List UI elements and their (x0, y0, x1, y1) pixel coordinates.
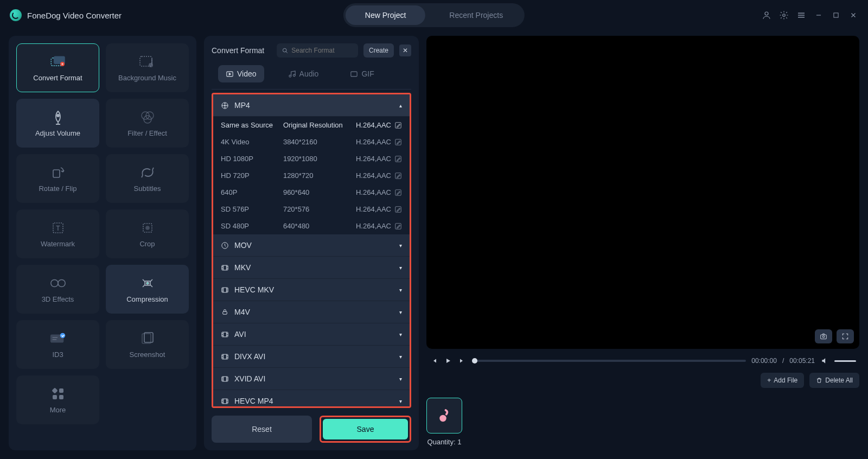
svg-rect-51 (222, 332, 228, 337)
id3-icon (49, 331, 67, 346)
music-note-icon (436, 407, 452, 424)
format-mkv-header[interactable]: MKV▾ (213, 257, 410, 279)
format-m4v-header[interactable]: M4V▾ (213, 301, 410, 323)
svg-rect-55 (821, 335, 827, 339)
edit-icon[interactable] (394, 122, 402, 129)
format-divx-avi-header[interactable]: DIVX AVI▾ (213, 346, 410, 368)
volume-icon[interactable] (820, 356, 829, 365)
svg-point-16 (146, 226, 149, 229)
tool-rotate-flip[interactable]: Rotate / Flip (16, 154, 99, 203)
app-logo (10, 9, 22, 21)
gear-icon[interactable] (779, 10, 789, 20)
tab-recent-projects[interactable]: Recent Projects (430, 5, 522, 25)
format-avi-header[interactable]: AVI▾ (213, 323, 410, 346)
add-file-button[interactable]: +Add File (761, 373, 804, 388)
save-button[interactable]: Save (323, 419, 408, 439)
crop-icon (139, 220, 156, 235)
type-tab-audio[interactable]: Audio (280, 65, 327, 82)
svg-text:T: T (56, 225, 60, 232)
format-xvid-avi-header[interactable]: XVID AVI▾ (213, 368, 410, 390)
type-tab-gif[interactable]: GIF (342, 65, 381, 82)
volume-slider[interactable] (834, 360, 856, 362)
tab-new-project[interactable]: New Project (346, 5, 425, 25)
svg-point-56 (822, 336, 825, 338)
tool-compression[interactable]: Compression (106, 265, 189, 314)
tool-more[interactable]: More (16, 375, 99, 424)
preview-panel: 00:00:00 / 00:05:21 +Add File Delete All… (426, 36, 859, 450)
snapshot-button[interactable] (815, 329, 832, 343)
format-hevc-mp4-header[interactable]: HEVC MP4▾ (213, 390, 410, 408)
minimize-icon[interactable] (814, 10, 824, 20)
tool-crop[interactable]: Crop (106, 209, 189, 258)
create-button[interactable]: Create (363, 43, 394, 58)
format-panel: Convert Format Create ✕ Video Audio GIF … (204, 36, 419, 450)
tool-screenshot[interactable]: Screenshot (106, 320, 189, 369)
svg-rect-52 (222, 354, 228, 359)
svg-point-20 (146, 282, 149, 284)
tool-label: Watermark (41, 240, 75, 248)
rotate-flip-icon (49, 165, 67, 180)
plus-icon: + (767, 377, 771, 384)
preset-row[interactable]: HD 1080P1920*1080H.264,AAC (213, 150, 410, 167)
tool-label: ID3 (52, 350, 63, 359)
tool-convert-format[interactable]: Convert Format (16, 43, 99, 92)
edit-icon[interactable] (394, 172, 402, 180)
svg-rect-48 (222, 265, 228, 270)
edit-icon[interactable] (394, 189, 402, 196)
timeline-slider[interactable] (472, 360, 746, 362)
3d-effects-icon (49, 276, 67, 291)
maximize-icon[interactable] (831, 10, 841, 20)
edit-icon[interactable] (394, 138, 402, 146)
delete-all-button[interactable]: Delete All (809, 373, 859, 388)
search-input[interactable] (291, 47, 353, 54)
tool-label: More (50, 406, 66, 414)
edit-icon[interactable] (394, 222, 402, 230)
preset-row[interactable]: SD 480P640*480H.264,AAC (213, 218, 410, 234)
preset-row[interactable]: Same as SourceOriginal ResolutionH.264,A… (213, 117, 410, 133)
filter-effect-icon (139, 110, 156, 125)
svg-point-29 (283, 48, 286, 52)
format-list[interactable]: MP4▴Same as SourceOriginal ResolutionH.2… (212, 93, 411, 408)
format-mov-header[interactable]: MOV▾ (213, 234, 410, 257)
tool-id3[interactable]: ID3 (16, 320, 99, 369)
tool-watermark[interactable]: TWatermark (16, 209, 99, 258)
format-mp4-header[interactable]: MP4▴ (213, 94, 410, 117)
prev-button[interactable] (430, 356, 438, 365)
edit-icon[interactable] (394, 206, 402, 213)
format-hevc-mkv-header[interactable]: HEVC MKV▾ (213, 279, 410, 301)
edit-icon[interactable] (394, 155, 402, 163)
close-panel-button[interactable]: ✕ (399, 44, 411, 56)
preset-row[interactable]: 4K Video3840*2160H.264,AAC (213, 133, 410, 150)
chevron-down-icon: ▾ (399, 287, 402, 293)
close-window-icon[interactable] (848, 10, 858, 20)
svg-rect-27 (53, 395, 57, 399)
menu-icon[interactable] (796, 10, 806, 20)
play-button[interactable] (444, 356, 452, 365)
file-item[interactable]: Quantity: 1 (426, 398, 462, 446)
tool-3d-effects[interactable]: 3D Effects (16, 265, 99, 314)
tool-label: Crop (139, 240, 155, 248)
video-preview[interactable] (426, 36, 859, 349)
chevron-down-icon: ▾ (399, 398, 402, 404)
next-button[interactable] (458, 356, 467, 365)
chevron-down-icon: ▾ (399, 243, 402, 248)
tool-label: Rotate / Flip (39, 184, 76, 193)
preset-row[interactable]: SD 576P720*576H.264,AAC (213, 201, 410, 218)
tool-background-music[interactable]: Background Music (106, 43, 189, 92)
type-tab-video[interactable]: Video (218, 65, 264, 82)
fullscreen-button[interactable] (837, 329, 854, 343)
tool-adjust-volume[interactable]: Adjust Volume (16, 99, 99, 148)
tool-label: Adjust Volume (35, 129, 80, 137)
preset-row[interactable]: HD 720P1280*720H.264,AAC (213, 167, 410, 184)
audio-icon (288, 70, 296, 78)
svg-point-17 (50, 279, 58, 286)
svg-rect-2 (834, 13, 838, 17)
tool-subtitles[interactable]: Subtitles (106, 154, 189, 203)
app-title: FoneDog Video Converter (27, 11, 122, 20)
adjust-volume-icon (49, 110, 67, 125)
tool-filter-effect[interactable]: Filter / Effect (106, 99, 189, 148)
preset-row[interactable]: 640P960*640H.264,AAC (213, 184, 410, 201)
reset-button[interactable]: Reset (212, 416, 312, 443)
account-icon[interactable] (762, 10, 771, 20)
svg-rect-26 (59, 388, 63, 393)
